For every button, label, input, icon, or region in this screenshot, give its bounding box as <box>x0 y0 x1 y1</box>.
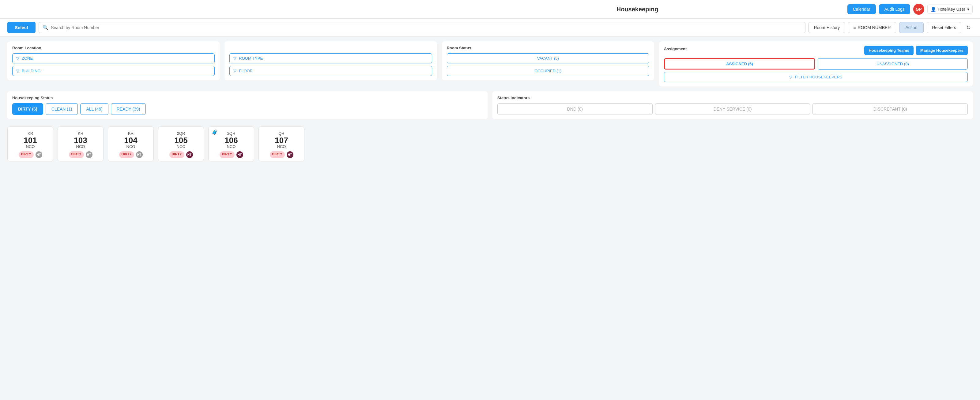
assignment-group: Assignment Housekeeping Teams Manage Hou… <box>659 41 973 86</box>
room-card-tags: DIRTYHT <box>169 151 193 158</box>
zone-filter-button[interactable]: ▽ ZONE <box>12 53 215 64</box>
room-card-number: 101 <box>24 136 37 144</box>
dirty-button[interactable]: DIRTY (6) <box>12 103 43 115</box>
room-card-status: NCO <box>26 144 35 149</box>
calendar-button[interactable]: Calendar <box>847 4 876 14</box>
search-icon: 🔍 <box>43 25 48 30</box>
toolbar: Select 🔍 Room History ≡ ROOM NUMBER Acti… <box>0 19 980 37</box>
room-location-title: Room Location <box>12 46 215 50</box>
room-card[interactable]: KR 104 NCO DIRTYHT <box>108 126 154 161</box>
filter-icon: ▽ <box>16 56 19 61</box>
filter-icon: ▽ <box>233 69 236 73</box>
filters-section: Room Location ▽ ZONE ▽ BUILDING - ▽ ROOM… <box>0 37 980 91</box>
room-card-status: NCO <box>76 144 85 149</box>
refresh-button[interactable]: ↻ <box>964 22 973 33</box>
room-card-status: NCO <box>126 144 135 149</box>
room-card[interactable]: KR 103 NCO DIRTYHT <box>57 126 103 161</box>
room-history-button[interactable]: Room History <box>808 22 845 33</box>
room-card-type: KR <box>27 131 33 136</box>
action-button[interactable]: Action <box>899 22 924 33</box>
all-button[interactable]: ALL (46) <box>80 103 108 115</box>
rooms-section: KR 101 NCO DIRTYHT KR 103 NCO DIRTYHT KR… <box>0 124 980 169</box>
assignment-title: Assignment <box>664 46 687 51</box>
room-card-type: 2QR <box>177 131 185 136</box>
room-card-tags: DIRTYHT <box>69 151 92 158</box>
filter-icon: ▽ <box>233 56 236 61</box>
manage-hk-button[interactable]: Manage Housekeepers <box>916 46 968 55</box>
vacant-button[interactable]: VACANT (5) <box>447 53 649 64</box>
room-location-group: Room Location ▽ ZONE ▽ BUILDING <box>7 41 220 80</box>
floor-filter-button[interactable]: ▽ FLOOR <box>229 66 432 76</box>
filter-lines-icon: ≡ <box>853 25 856 30</box>
status-indicators-group: Status Indicators DND (0) DENY SERVICE (… <box>492 91 973 119</box>
assignment-filter-row: ASSIGNED (6) UNASSIGNED (0) <box>664 58 968 70</box>
room-card-type: KR <box>128 131 134 136</box>
assigned-button[interactable]: ASSIGNED (6) <box>664 58 815 70</box>
ready-button[interactable]: READY (39) <box>111 103 146 115</box>
filter-icon: ▽ <box>16 69 19 73</box>
ht-tag: HT <box>86 151 92 158</box>
room-card[interactable]: KR 101 NCO DIRTYHT <box>7 126 53 161</box>
hk-status-title: Housekeeping Status <box>12 96 483 100</box>
room-type-group: - ▽ ROOM TYPE ▽ FLOOR <box>224 41 437 80</box>
dirty-tag: DIRTY <box>119 151 134 158</box>
room-number-button[interactable]: ≡ ROOM NUMBER <box>848 22 896 33</box>
ht-tag: HT <box>186 151 193 158</box>
audit-logs-button[interactable]: Audit Logs <box>879 4 910 14</box>
room-card-tags: DIRTYHT <box>220 151 243 158</box>
ht-tag: HT <box>236 151 243 158</box>
room-type-buttons: ▽ ROOM TYPE ▽ FLOOR <box>229 53 432 76</box>
clean-button[interactable]: CLEAN (1) <box>46 103 78 115</box>
room-status-title: Room Status <box>447 46 649 50</box>
header-actions: Calendar Audit Logs GP 👤 HotelKey User ▾ <box>847 4 973 15</box>
dirty-tag: DIRTY <box>169 151 185 158</box>
filter-icon: ▽ <box>789 75 792 79</box>
avatar: GP <box>913 4 924 15</box>
room-card-type: QR <box>278 131 285 136</box>
ht-tag: HT <box>35 151 42 158</box>
search-input[interactable] <box>51 25 802 30</box>
room-type-filter-button[interactable]: ▽ ROOM TYPE <box>229 53 432 64</box>
hk-status-buttons: DIRTY (6) CLEAN (1) ALL (46) READY (39) <box>12 103 483 115</box>
room-card-number: 106 <box>224 136 238 144</box>
deny-service-button[interactable]: DENY SERVICE (0) <box>655 103 810 115</box>
page-title: Housekeeping <box>427 6 847 13</box>
dirty-tag: DIRTY <box>69 151 84 158</box>
indicator-buttons: DND (0) DENY SERVICE (0) DISCREPANT (0) <box>497 103 968 115</box>
room-card-type: 2QR <box>227 131 235 136</box>
dirty-tag: DIRTY <box>19 151 34 158</box>
room-card-status: NCO <box>277 144 286 149</box>
hk-teams-button[interactable]: Housekeeping Teams <box>864 46 913 55</box>
room-card-tags: DIRTYHT <box>19 151 42 158</box>
discrepant-button[interactable]: DISCREPANT (0) <box>813 103 968 115</box>
occupied-button[interactable]: OCCUPIED (1) <box>447 66 649 76</box>
room-card-tags: DIRTYHT <box>119 151 143 158</box>
status-indicators-title: Status Indicators <box>497 96 968 100</box>
room-status-group: Room Status VACANT (5) OCCUPIED (1) <box>442 41 654 80</box>
search-box: 🔍 <box>38 22 805 33</box>
building-filter-button[interactable]: ▽ BUILDING <box>12 66 215 76</box>
unassigned-button[interactable]: UNASSIGNED (0) <box>818 58 968 70</box>
dirty-tag: DIRTY <box>220 151 235 158</box>
hk-status-section: Housekeeping Status DIRTY (6) CLEAN (1) … <box>0 91 980 124</box>
room-card-tags: DIRTYHT <box>270 151 293 158</box>
room-card-number: 107 <box>275 136 288 144</box>
room-location-buttons: ▽ ZONE ▽ BUILDING <box>12 53 215 76</box>
user-icon: 👤 <box>931 7 936 12</box>
room-card-number: 103 <box>74 136 87 144</box>
room-card-number: 104 <box>124 136 137 144</box>
user-menu[interactable]: 👤 HotelKey User ▾ <box>928 5 973 14</box>
room-card-status: NCO <box>227 144 236 149</box>
room-type-spacer: - <box>229 46 432 50</box>
room-status-buttons: VACANT (5) OCCUPIED (1) <box>447 53 649 76</box>
top-header: Housekeeping Calendar Audit Logs GP 👤 Ho… <box>0 0 980 19</box>
luggage-icon: 🧳 <box>212 129 218 135</box>
room-card[interactable]: 2QR 105 NCO DIRTYHT <box>158 126 204 161</box>
select-button[interactable]: Select <box>7 22 35 33</box>
user-name: HotelKey User <box>938 7 965 12</box>
dnd-button[interactable]: DND (0) <box>497 103 652 115</box>
room-card[interactable]: 🧳 2QR 106 NCO DIRTYHT <box>208 126 254 161</box>
reset-filters-button[interactable]: Reset Filters <box>927 22 961 33</box>
filter-housekeepers-button[interactable]: ▽ FILTER HOUSEKEEPERS <box>664 72 968 82</box>
room-card[interactable]: QR 107 NCO DIRTYHT <box>258 126 304 161</box>
